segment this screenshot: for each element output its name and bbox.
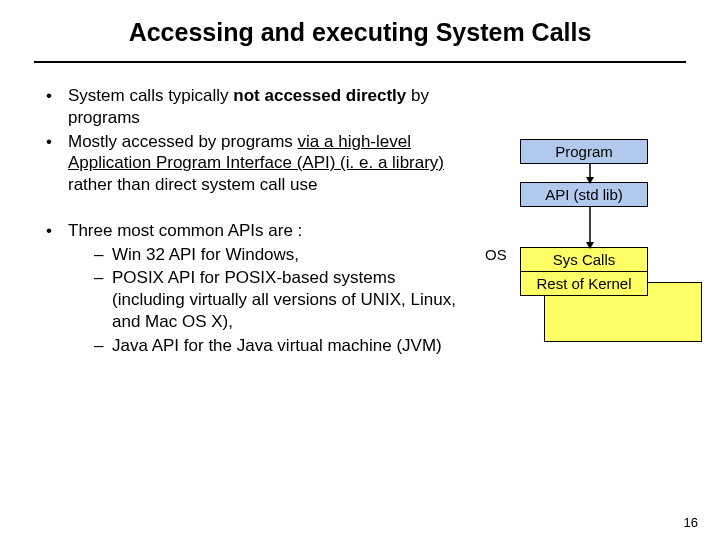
box-syscalls: OS Sys Calls xyxy=(520,247,648,272)
svg-marker-1 xyxy=(586,177,594,184)
title-rule xyxy=(34,61,686,63)
bullet-1: System calls typically not accessed dire… xyxy=(40,85,470,129)
page-number: 16 xyxy=(684,515,698,530)
bullet-2-post: rather than direct system call use xyxy=(68,175,317,194)
diagram: Program API (std lib) OS Sys Ca xyxy=(520,139,660,296)
arrow-down-icon xyxy=(583,164,597,184)
sub-list: Win 32 API for Windows, POSIX API for PO… xyxy=(68,244,470,357)
sub-2: POSIX API for POSIX-based systems (inclu… xyxy=(68,267,470,332)
text-column: System calls typically not accessed dire… xyxy=(40,85,470,358)
os-label: OS xyxy=(485,246,507,263)
bullet-2-pre: Mostly accessed by programs xyxy=(68,132,298,151)
content-row: System calls typically not accessed dire… xyxy=(40,85,680,358)
bullet-1-bold: not accessed directly xyxy=(233,86,406,105)
spacer xyxy=(40,198,470,220)
svg-marker-3 xyxy=(586,242,594,249)
arrow-down-icon xyxy=(583,207,597,249)
box-api: API (std lib) xyxy=(520,182,648,207)
bullet-1-pre: System calls typically xyxy=(68,86,233,105)
bullet-3-text: Three most common APIs are : xyxy=(68,221,302,240)
sub-1: Win 32 API for Windows, xyxy=(68,244,470,266)
arrow-gap-1 xyxy=(520,164,660,182)
slide-title: Accessing and executing System Calls xyxy=(40,18,680,61)
box-syscalls-text: Sys Calls xyxy=(553,251,616,268)
arrow-gap-2 xyxy=(520,207,660,247)
sub-3: Java API for the Java virtual machine (J… xyxy=(68,335,470,357)
slide: Accessing and executing System Calls Sys… xyxy=(0,0,720,540)
bullet-2: Mostly accessed by programs via a high-l… xyxy=(40,131,470,196)
bullet-3: Three most common APIs are : Win 32 API … xyxy=(40,220,470,357)
bullet-list: System calls typically not accessed dire… xyxy=(40,85,470,196)
diagram-column: Program API (std lib) OS Sys Ca xyxy=(480,85,680,358)
box-kernel: Rest of Kernel xyxy=(520,271,648,296)
bullet-list-2: Three most common APIs are : Win 32 API … xyxy=(40,220,470,357)
box-program: Program xyxy=(520,139,648,164)
